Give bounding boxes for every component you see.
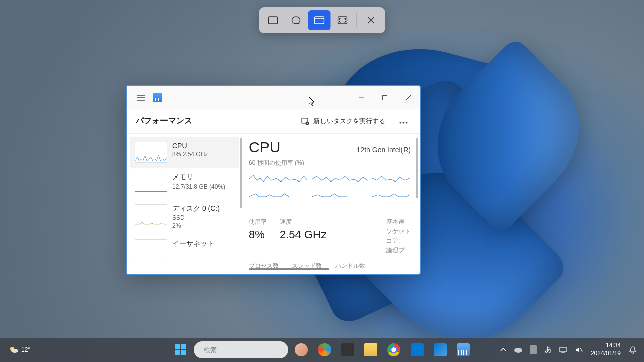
snipping-toolbar: [259, 7, 385, 33]
performance-sidebar: CPU 8% 2.54 GHz メモリ 12.7/31.8 GB (40%) デ…: [127, 134, 239, 274]
speed-value: 2.54 GHz: [280, 228, 327, 241]
task-manager-window: パフォーマンス 新しいタスクを実行する CPU 8% 2.54 GHz: [126, 85, 421, 275]
item-name: イーサネット: [172, 239, 214, 248]
sidebar-item-cpu[interactable]: CPU 8% 2.54 GHz: [130, 137, 239, 168]
svg-point-9: [406, 122, 408, 123]
cpu-usage-chart: [249, 169, 411, 207]
taskbar-app-3[interactable]: [338, 340, 358, 360]
ethernet-sparkline: [135, 239, 167, 260]
start-button[interactable]: [171, 340, 191, 360]
item-sub2: 2%: [172, 222, 220, 229]
weather-icon: [8, 344, 19, 355]
clock-date: 2024/01/19: [591, 350, 621, 358]
cores-label: コア:: [386, 237, 411, 245]
tray-ime-button[interactable]: あ: [541, 340, 555, 360]
snip-fullscreen-button[interactable]: [332, 10, 354, 30]
tray-network-icon[interactable]: [556, 340, 571, 360]
item-name: ディスク 0 (C:): [172, 204, 220, 213]
usage-value: 8%: [249, 228, 267, 241]
disk-sparkline: [135, 204, 167, 225]
detail-subtitle: 12th Gen Intel(R): [357, 146, 411, 154]
taskbar-clock[interactable]: 14:34 2024/01/19: [587, 342, 625, 357]
page-title: パフォーマンス: [136, 116, 296, 126]
minimize-button[interactable]: [350, 89, 373, 106]
snip-freeform-button[interactable]: [285, 10, 307, 30]
sockets-label: ソケット: [386, 227, 411, 236]
taskbar-search[interactable]: [194, 341, 288, 358]
maximize-button[interactable]: [373, 89, 396, 106]
tray-notifications-button[interactable]: [626, 340, 640, 360]
windows-logo-icon: [175, 344, 186, 355]
taskbar: 12° あ 14:34 2024/01/19: [0, 338, 644, 362]
more-options-button[interactable]: [396, 114, 411, 129]
item-sub: 12.7/31.8 GB (40%): [172, 183, 225, 190]
detail-title: CPU: [249, 139, 280, 156]
taskbar-app-store[interactable]: [407, 340, 427, 360]
taskbar-app-copilot[interactable]: [291, 340, 311, 360]
sidebar-item-disk[interactable]: ディスク 0 (C:) SSD 2%: [130, 199, 239, 234]
weather-widget[interactable]: 12°: [4, 342, 34, 357]
hamburger-menu-button[interactable]: [133, 89, 149, 106]
speed-label: 速度: [280, 218, 327, 226]
svg-rect-0: [269, 17, 278, 24]
taskbar-app-taskmanager[interactable]: [453, 340, 473, 360]
weather-temp: 12°: [21, 346, 30, 353]
main-scrollbar[interactable]: [416, 138, 418, 198]
item-sub: 8% 2.54 GHz: [172, 151, 208, 158]
close-button[interactable]: [396, 89, 420, 106]
logical-label: 論理プ: [386, 246, 411, 255]
run-task-label: 新しいタスクを実行する: [313, 117, 385, 126]
run-task-icon: [301, 117, 309, 125]
clock-time: 14:34: [591, 342, 621, 350]
page-header: パフォーマンス 新しいタスクを実行する: [127, 109, 420, 134]
item-name: メモリ: [172, 173, 225, 182]
search-input[interactable]: [204, 346, 288, 354]
taskbar-app-2[interactable]: [314, 340, 335, 360]
svg-point-8: [403, 122, 405, 123]
cpu-sparkline: [135, 142, 167, 163]
snip-rectangular-button[interactable]: [262, 10, 284, 30]
svg-rect-1: [315, 17, 324, 24]
task-manager-icon: [153, 93, 162, 102]
sidebar-item-ethernet[interactable]: イーサネット: [130, 234, 239, 265]
handles-label: ハンドル数: [335, 262, 365, 270]
svg-line-17: [580, 348, 582, 352]
taskbar-app-chrome[interactable]: [384, 340, 404, 360]
svg-point-11: [11, 349, 18, 353]
tray-onedrive-icon[interactable]: [511, 340, 525, 360]
item-sub: SSD: [172, 214, 220, 221]
run-new-task-button[interactable]: 新しいタスクを実行する: [296, 114, 390, 129]
titlebar[interactable]: [127, 86, 420, 109]
svg-point-14: [514, 348, 522, 353]
snip-window-button[interactable]: [308, 10, 331, 30]
item-name: CPU: [172, 142, 208, 150]
svg-rect-15: [560, 347, 566, 352]
svg-rect-3: [338, 17, 347, 24]
base-speed-label: 基本速: [386, 218, 411, 226]
taskbar-app-outlook[interactable]: [430, 340, 450, 360]
chart-label: 60 秒間の使用率 (%): [249, 159, 411, 167]
tray-app-icon[interactable]: [526, 340, 540, 360]
svg-point-7: [400, 122, 401, 123]
horizontal-scrollbar[interactable]: [249, 268, 329, 270]
performance-detail: CPU 12th Gen Intel(R) 60 秒間の使用率 (%): [239, 134, 420, 274]
tray-overflow-button[interactable]: [496, 340, 510, 360]
sidebar-item-memory[interactable]: メモリ 12.7/31.8 GB (40%): [130, 168, 239, 199]
svg-rect-4: [383, 96, 387, 100]
separator: [357, 13, 357, 27]
memory-sparkline: [135, 173, 167, 194]
taskbar-app-explorer[interactable]: [361, 340, 381, 360]
usage-label: 使用率: [249, 218, 267, 226]
tray-volume-icon[interactable]: [572, 340, 586, 360]
snip-close-button[interactable]: [360, 10, 382, 30]
